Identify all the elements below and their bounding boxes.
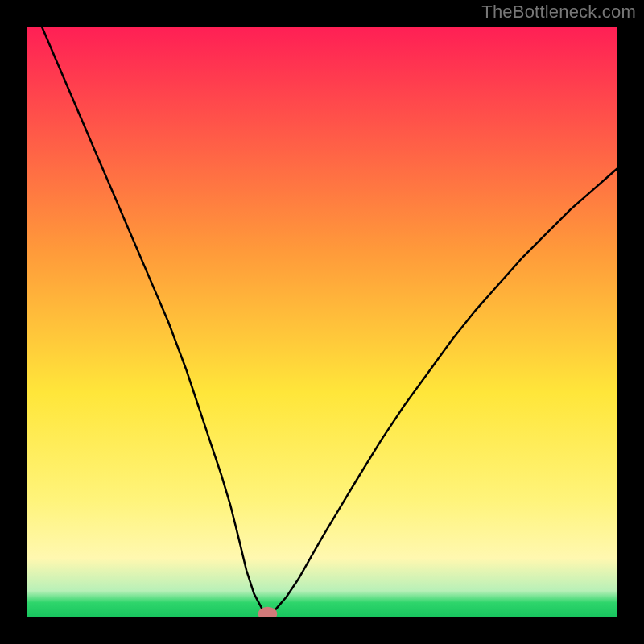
plot-svg [27,27,617,617]
watermark-text: TheBottleneck.com [481,2,636,23]
gradient-background [27,27,617,617]
chart-frame: TheBottleneck.com [0,0,644,644]
plot-area [27,27,617,617]
